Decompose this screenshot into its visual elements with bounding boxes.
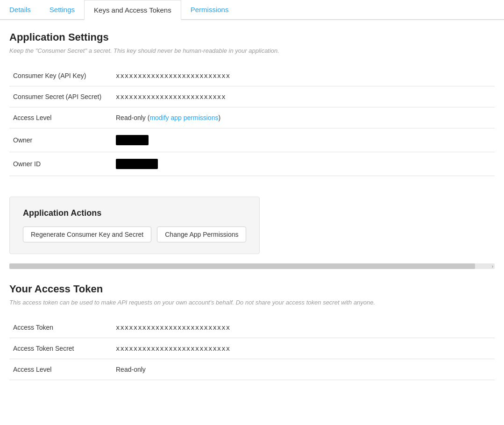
access-level-suffix: ) xyxy=(218,114,220,121)
access-token-section: Your Access Token This access token can … xyxy=(9,283,495,380)
tab-permissions[interactable]: Permissions xyxy=(181,0,238,20)
access-token-secret-value: xxxxxxxxxxxxxxxxxxxxxxxxxx xyxy=(116,345,230,352)
app-settings-subtitle: Keep the "Consumer Secret" a secret. Thi… xyxy=(9,47,495,54)
scrollbar-thumb[interactable] xyxy=(9,263,475,269)
owner-row: Owner xyxy=(9,128,495,152)
token-access-level-label: Access Level xyxy=(9,359,112,380)
consumer-secret-value: xxxxxxxxxxxxxxxxxxxxxxxxx xyxy=(116,93,226,100)
consumer-key-label: Consumer Key (API Key) xyxy=(9,65,112,86)
owner-id-row: Owner ID xyxy=(9,152,495,176)
owner-label: Owner xyxy=(9,128,112,152)
access-token-label: Access Token xyxy=(9,317,112,338)
access-token-row: Access Token xxxxxxxxxxxxxxxxxxxxxxxxxx xyxy=(9,317,495,338)
access-level-prefix: Read-only ( xyxy=(116,114,149,121)
access-token-secret-row: Access Token Secret xxxxxxxxxxxxxxxxxxxx… xyxy=(9,338,495,359)
access-level-row: Access Level Read-only (modify app permi… xyxy=(9,107,495,128)
access-level-label: Access Level xyxy=(9,107,112,128)
owner-id-value-redacted xyxy=(116,159,158,169)
change-app-permissions-button[interactable]: Change App Permissions xyxy=(157,227,246,242)
main-content: Application Settings Keep the "Consumer … xyxy=(0,20,504,391)
consumer-key-value: xxxxxxxxxxxxxxxxxxxxxxxxxx xyxy=(116,72,230,79)
tab-keys-access-tokens[interactable]: Keys and Access Tokens xyxy=(84,0,181,20)
horizontal-scrollbar[interactable]: ‹ › xyxy=(9,263,495,269)
token-access-level-row: Access Level Read-only xyxy=(9,359,495,380)
access-token-value: xxxxxxxxxxxxxxxxxxxxxxxxxx xyxy=(116,324,230,331)
access-token-title: Your Access Token xyxy=(9,283,495,295)
modify-permissions-link[interactable]: modify app permissions xyxy=(149,114,218,121)
consumer-secret-row: Consumer Secret (API Secret) xxxxxxxxxxx… xyxy=(9,86,495,107)
app-settings-table: Consumer Key (API Key) xxxxxxxxxxxxxxxxx… xyxy=(9,65,495,176)
access-token-secret-label: Access Token Secret xyxy=(9,338,112,359)
application-actions-box: Application Actions Regenerate Consumer … xyxy=(9,197,260,254)
access-token-subtitle: This access token can be used to make AP… xyxy=(9,299,495,306)
actions-buttons: Regenerate Consumer Key and Secret Chang… xyxy=(23,227,246,242)
token-access-level-value: Read-only xyxy=(116,366,146,373)
regenerate-consumer-key-button[interactable]: Regenerate Consumer Key and Secret xyxy=(23,227,151,242)
actions-title: Application Actions xyxy=(23,208,246,218)
consumer-secret-label: Consumer Secret (API Secret) xyxy=(9,86,112,107)
consumer-key-row: Consumer Key (API Key) xxxxxxxxxxxxxxxxx… xyxy=(9,65,495,86)
tab-settings[interactable]: Settings xyxy=(40,0,84,20)
tab-details[interactable]: Details xyxy=(0,0,40,20)
owner-value-redacted xyxy=(116,135,149,145)
scroll-right-arrow[interactable]: › xyxy=(490,263,495,269)
app-settings-title: Application Settings xyxy=(9,31,495,43)
access-token-table: Access Token xxxxxxxxxxxxxxxxxxxxxxxxxx … xyxy=(9,317,495,380)
tab-bar: Details Settings Keys and Access Tokens … xyxy=(0,0,504,20)
owner-id-label: Owner ID xyxy=(9,152,112,176)
